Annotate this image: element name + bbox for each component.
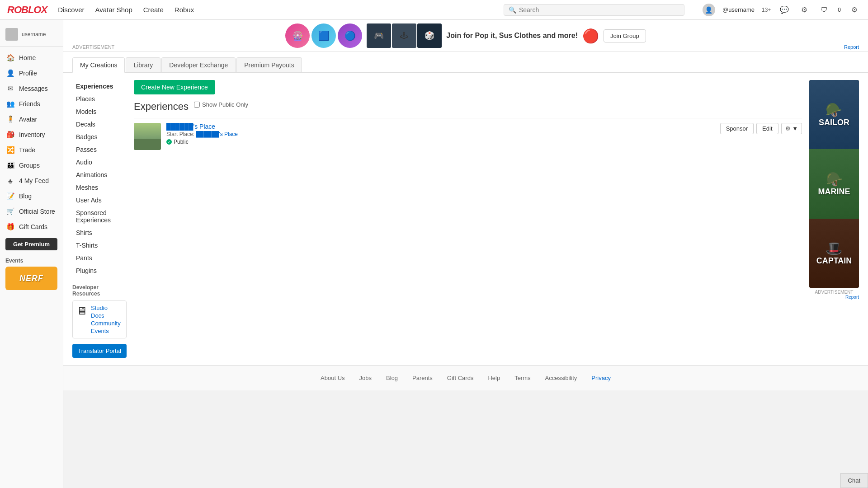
leftnav-sponsored-experiences[interactable]: Sponsored Experiences (72, 206, 127, 226)
sidebar-item-inventory[interactable]: 🎒 Inventory (0, 127, 63, 142)
footer-parents[interactable]: Parents (412, 375, 433, 381)
experience-status: ✓ Public (166, 139, 715, 145)
roblox-logo: ROBLOX (7, 4, 47, 16)
sidebar-item-avatar[interactable]: 🧍 Avatar (0, 112, 63, 127)
ad-icons: 🎡 🟦 🔵 (285, 23, 362, 48)
leftnav-models[interactable]: Models (72, 105, 127, 118)
sidebar-item-groups[interactable]: 👪 Groups (0, 158, 63, 173)
experience-name[interactable]: ██████'s Place (166, 123, 215, 130)
edit-button[interactable]: Edit (756, 123, 778, 134)
right-ad-report[interactable]: Report (809, 295, 859, 300)
experience-thumb-top (134, 123, 161, 139)
sidebar-item-trade[interactable]: 🔀 Trade (0, 142, 63, 158)
sidebar-label-trade: Trade (19, 146, 35, 154)
leftnav-passes[interactable]: Passes (72, 143, 127, 156)
experience-settings-button[interactable]: ⚙ ▼ (781, 123, 802, 134)
sidebar-label-friends: Friends (19, 100, 40, 108)
translator-portal-button[interactable]: Translator Portal (72, 344, 127, 358)
sidebar-item-gift-cards[interactable]: 🎁 Gift Cards (0, 219, 63, 235)
tab-developer-exchange[interactable]: Developer Exchange (161, 57, 236, 72)
avatar-icon: 🧍 (6, 115, 14, 123)
footer-jobs[interactable]: Jobs (359, 375, 372, 381)
sidebar-item-my-feed[interactable]: ♣ 4 My Feed (0, 173, 63, 188)
settings-icon-nav[interactable]: ⚙ (798, 4, 811, 16)
nav-discover[interactable]: Discover (58, 6, 84, 14)
sidebar-item-blog[interactable]: 📝 Blog (0, 188, 63, 204)
report-link[interactable]: Report (844, 44, 859, 50)
marine-label: MARINE (818, 187, 850, 197)
get-premium-button[interactable]: Get Premium (5, 238, 57, 250)
ad-popit-icon: 🎡 (285, 23, 310, 48)
sidebar-label-official-store: Official Store (19, 208, 55, 215)
show-public-label[interactable]: Show Public Only (194, 101, 248, 108)
experience-info: ██████'s Place Start Place: ██████'s Pla… (166, 123, 715, 145)
footer-about-us[interactable]: About Us (321, 375, 344, 381)
leftnav-places[interactable]: Places (72, 93, 127, 105)
right-ad-marine: 🪖 MARINE (809, 149, 859, 218)
dev-resources-community[interactable]: Community (91, 320, 121, 327)
sponsor-button[interactable]: Sponsor (720, 123, 754, 134)
sidebar-item-profile[interactable]: 👤 Profile (0, 66, 63, 81)
experience-thumbnail (134, 123, 161, 150)
footer-help[interactable]: Help (488, 375, 500, 381)
leftnav-animations[interactable]: Animations (72, 169, 127, 181)
footer-terms[interactable]: Terms (514, 375, 530, 381)
dev-resources-title: Developer Resources (72, 284, 127, 297)
ad-character: 🔴 (582, 28, 599, 44)
nav-username: @username (722, 6, 755, 13)
sidebar-item-home[interactable]: 🏠 Home (0, 50, 63, 66)
leftnav-user-ads[interactable]: User Ads (72, 194, 127, 206)
blog-icon: 📝 (6, 192, 14, 200)
top-nav-right: 👤 @username 13+ 💬 ⚙ 🛡 0 ⚙ (703, 4, 861, 16)
shield-icon-nav[interactable]: 🛡 (818, 4, 830, 16)
events-banner[interactable]: NERF (5, 267, 57, 290)
captain-character: 🎩 (816, 240, 852, 256)
leftnav-audio[interactable]: Audio (72, 156, 127, 169)
tab-premium-payouts[interactable]: Premium Payouts (236, 57, 302, 72)
leftnav-plugins[interactable]: Plugins (72, 264, 127, 277)
chat-icon-nav[interactable]: 💬 (778, 4, 791, 16)
leftnav-pants[interactable]: Pants (72, 252, 127, 264)
footer-privacy[interactable]: Privacy (591, 375, 611, 381)
join-group-button[interactable]: Join Group (604, 29, 646, 42)
dev-resources-events[interactable]: Events (91, 328, 121, 334)
sidebar-item-official-store[interactable]: 🛒 Official Store (0, 204, 63, 219)
leftnav-meshes[interactable]: Meshes (72, 181, 127, 194)
main-panel: Create New Experience Experiences Show P… (134, 80, 802, 358)
nav-avatar-shop[interactable]: Avatar Shop (95, 6, 132, 14)
leftnav-experiences[interactable]: Experiences (72, 80, 127, 93)
sidebar-label-home: Home (19, 54, 36, 61)
chat-button[interactable]: Chat (840, 473, 868, 488)
nav-robux[interactable]: Robux (175, 6, 194, 14)
search-input[interactable] (519, 6, 679, 14)
sidebar-item-messages[interactable]: ✉ Messages (0, 81, 63, 96)
gift-cards-icon: 🎁 (6, 223, 14, 231)
experience-start-place: Start Place: ██████'s Place (166, 131, 715, 137)
dev-resources-docs[interactable]: Docs (91, 312, 121, 319)
gear-icon-nav[interactable]: ⚙ (848, 4, 861, 16)
sidebar-user-avatar[interactable] (5, 28, 18, 41)
dev-resources-studio[interactable]: Studio (91, 305, 121, 311)
experience-thumb-bottom (134, 139, 161, 150)
footer-gift-cards[interactable]: Gift Cards (447, 375, 474, 381)
leftnav-badges[interactable]: Badges (72, 131, 127, 143)
tab-my-creations[interactable]: My Creations (72, 57, 125, 73)
start-place-link[interactable]: ██████'s Place (196, 131, 238, 137)
footer-blog[interactable]: Blog (386, 375, 398, 381)
sidebar-label-messages: Messages (19, 85, 48, 92)
leftnav-shirts[interactable]: Shirts (72, 226, 127, 239)
home-icon: 🏠 (6, 54, 14, 62)
create-new-experience-button[interactable]: Create New Experience (134, 80, 215, 94)
profile-icon: 👤 (6, 69, 14, 77)
footer-accessibility[interactable]: Accessibility (545, 375, 577, 381)
leftnav-t-shirts[interactable]: T-Shirts (72, 239, 127, 252)
user-avatar-small[interactable]: 👤 (703, 4, 715, 16)
tab-library[interactable]: Library (126, 57, 160, 72)
inventory-icon: 🎒 (6, 131, 14, 139)
dev-resources-box: 🖥 Studio Docs Community Events (72, 300, 127, 338)
sidebar-item-friends[interactable]: 👥 Friends (0, 96, 63, 112)
nav-create[interactable]: Create (143, 6, 164, 14)
show-public-checkbox[interactable] (194, 102, 200, 108)
status-text: Public (174, 139, 189, 145)
leftnav-decals[interactable]: Decals (72, 118, 127, 131)
